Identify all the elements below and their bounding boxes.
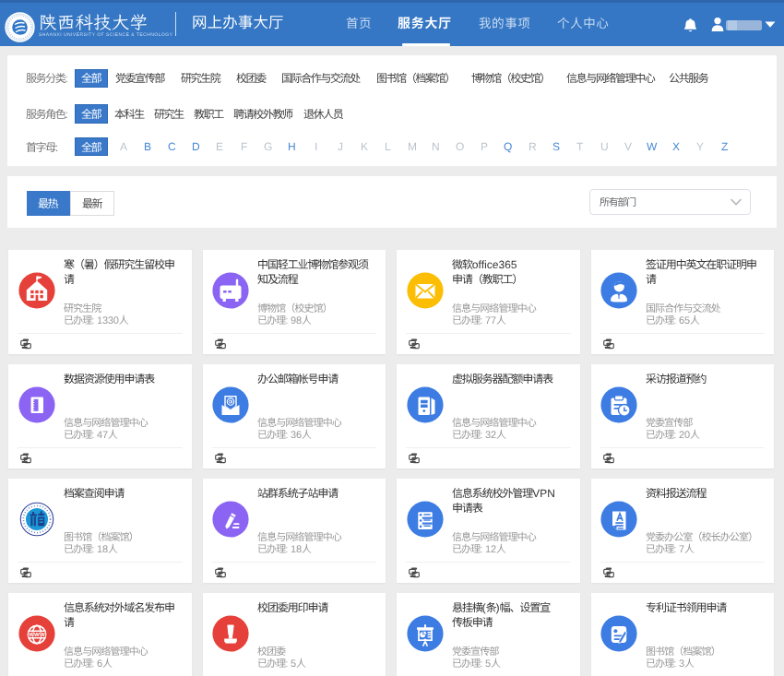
svg-text:WWW: WWW (29, 631, 45, 637)
